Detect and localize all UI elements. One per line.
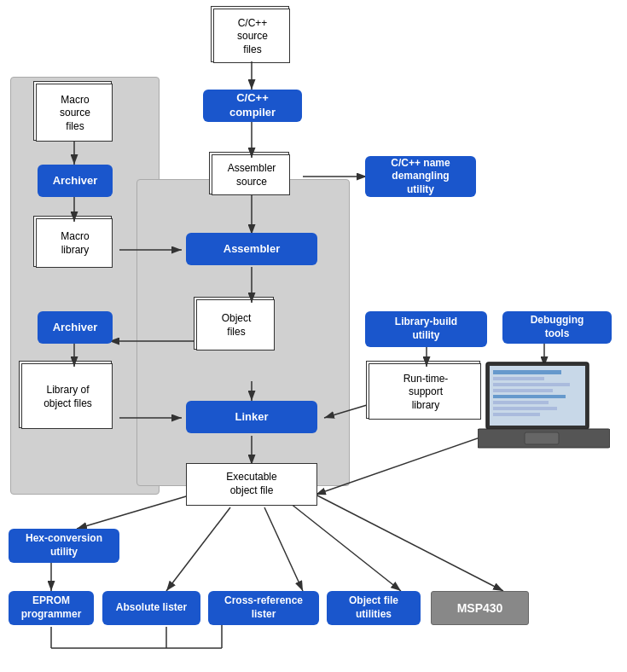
object-file-utilities-button[interactable]: Object file utilities: [327, 591, 421, 625]
debugging-tools-button[interactable]: Debugging tools: [502, 311, 612, 344]
svg-rect-34: [493, 395, 566, 398]
library-build-button[interactable]: Library-build utility: [365, 311, 487, 347]
runtime-support-doc: Run-time- support library: [370, 365, 481, 420]
svg-rect-37: [493, 413, 540, 416]
archiver2-button[interactable]: Archiver: [38, 311, 113, 344]
svg-rect-33: [493, 389, 553, 392]
svg-line-21: [290, 503, 401, 591]
macro-library-doc: Macro library: [38, 220, 113, 268]
library-of-object-files-doc: Library of object files: [23, 365, 113, 429]
svg-line-19: [166, 507, 230, 591]
svg-rect-39: [525, 432, 559, 444]
svg-rect-32: [493, 383, 570, 386]
svg-line-17: [77, 495, 192, 529]
absolute-lister-button[interactable]: Absolute lister: [102, 591, 200, 625]
laptop: [478, 358, 610, 452]
svg-rect-35: [493, 401, 549, 404]
assembler-source-doc: Assembler source: [213, 156, 290, 195]
diagram: C/C++ source files C/C++ compiler Assemb…: [0, 0, 627, 672]
object-files-doc: Object files: [198, 301, 275, 350]
svg-rect-31: [493, 377, 544, 380]
linker-button[interactable]: Linker: [186, 401, 317, 433]
svg-line-20: [264, 507, 303, 591]
msp430-box: MSP430: [431, 591, 529, 625]
svg-line-22: [316, 495, 503, 591]
cpp-compiler-button[interactable]: C/C++ compiler: [203, 90, 302, 122]
svg-rect-36: [493, 407, 557, 410]
cpp-source-files: C/C++ source files: [215, 10, 290, 63]
cross-reference-lister-button[interactable]: Cross-reference lister: [208, 591, 319, 625]
eprom-programmer-button[interactable]: EPROM programmer: [9, 591, 94, 625]
cpp-name-demangling-button[interactable]: C/C++ name demangling utility: [365, 156, 476, 197]
assembler-button[interactable]: Assembler: [186, 233, 317, 265]
executable-object-file-box: Executable object file: [186, 463, 317, 506]
archiver1-button[interactable]: Archiver: [38, 165, 113, 197]
hex-conversion-button[interactable]: Hex-conversion utility: [9, 529, 119, 563]
macro-source-files-doc: Macro source files: [38, 85, 113, 142]
svg-rect-30: [493, 370, 561, 374]
